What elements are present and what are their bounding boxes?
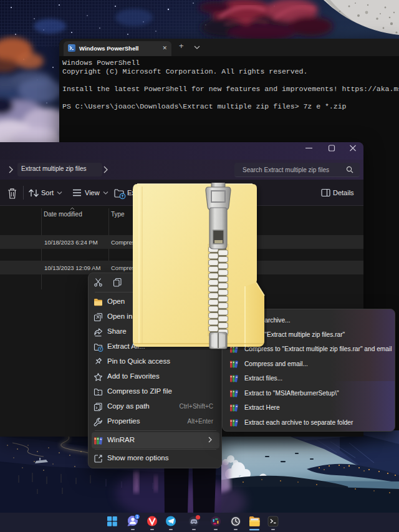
svg-text:Sort: Sort [41,189,54,196]
svg-text:View: View [85,189,100,196]
svg-text:1: 1 [136,515,138,519]
svg-text:Details: Details [333,189,354,196]
